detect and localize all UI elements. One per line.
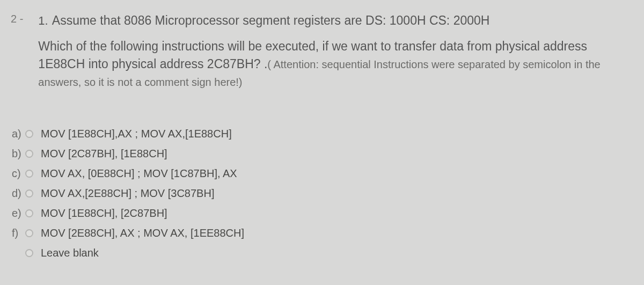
option-label: f) <box>12 227 25 239</box>
question-container: 2 - 1. Assume that 8086 Microprocessor s… <box>0 0 644 275</box>
radio-icon[interactable] <box>25 170 33 178</box>
option-row[interactable]: b) MOV [2C87BH], [1E88CH] <box>12 148 633 160</box>
radio-icon[interactable] <box>25 189 33 198</box>
option-label: d) <box>12 187 25 200</box>
option-label: e) <box>12 207 25 220</box>
question-text-1: Assume that 8086 Microprocessor segment … <box>52 13 490 27</box>
option-text: MOV [1E88CH],AX ; MOV AX,[1E88CH] <box>41 128 232 140</box>
option-row[interactable]: e) MOV [1E88CH], [2C87BH] <box>12 207 633 220</box>
radio-icon[interactable] <box>25 130 33 138</box>
option-text: MOV AX, [0E88CH] ; MOV [1C87BH], AX <box>41 167 237 180</box>
question-body: 1. Assume that 8086 Microprocessor segme… <box>38 12 633 91</box>
question-number: 2 - <box>11 13 23 25</box>
question-prefix: 1. <box>38 14 48 27</box>
leave-blank-text: Leave blank <box>41 247 99 259</box>
radio-icon[interactable] <box>25 150 33 158</box>
option-text: MOV [2E88CH], AX ; MOV AX, [1EE88CH] <box>41 227 244 239</box>
leave-blank-row[interactable]: Leave blank <box>12 247 633 259</box>
option-row[interactable]: a) MOV [1E88CH],AX ; MOV AX,[1E88CH] <box>12 128 633 140</box>
question-line2: Which of the following instructions will… <box>38 38 633 91</box>
option-label: c) <box>12 167 25 180</box>
option-row[interactable]: d) MOV AX,[2E88CH] ; MOV [3C87BH] <box>12 187 633 200</box>
option-text: MOV [2C87BH], [1E88CH] <box>41 148 167 160</box>
option-label: a) <box>12 128 25 140</box>
question-header: 2 - 1. Assume that 8086 Microprocessor s… <box>11 12 633 91</box>
option-row[interactable]: c) MOV AX, [0E88CH] ; MOV [1C87BH], AX <box>12 167 633 180</box>
radio-icon[interactable] <box>25 229 33 237</box>
radio-icon[interactable] <box>25 249 33 257</box>
question-line1: 1. Assume that 8086 Microprocessor segme… <box>38 12 633 30</box>
option-text: MOV AX,[2E88CH] ; MOV [3C87BH] <box>41 187 214 200</box>
options-list: a) MOV [1E88CH],AX ; MOV AX,[1E88CH] b) … <box>11 128 633 259</box>
option-label: b) <box>12 148 25 160</box>
option-row[interactable]: f) MOV [2E88CH], AX ; MOV AX, [1EE88CH] <box>12 227 633 239</box>
option-text: MOV [1E88CH], [2C87BH] <box>41 207 167 220</box>
radio-icon[interactable] <box>25 209 33 217</box>
